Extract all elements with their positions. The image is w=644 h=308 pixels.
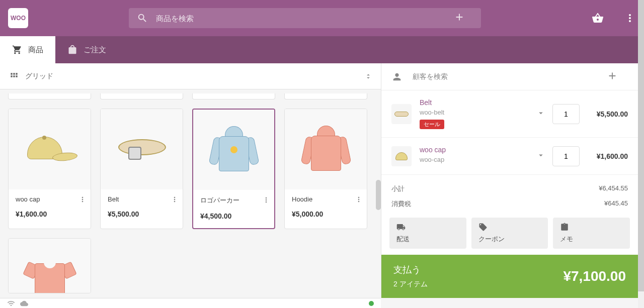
cart-item-expand-icon[interactable] (536, 109, 545, 120)
sort-toggle[interactable] (365, 72, 372, 80)
bag-icon (67, 45, 77, 55)
cart-item-name: Belt (420, 98, 528, 107)
product-image (9, 239, 91, 293)
pay-button[interactable]: 支払う 2 アイテム ¥7,100.00 (381, 255, 638, 298)
status-indicator (369, 301, 374, 306)
product-menu-icon[interactable] (171, 195, 179, 206)
cart-item-sku: woo-cap (420, 156, 528, 163)
wifi-icon (7, 299, 15, 307)
product-card-partial[interactable] (100, 93, 183, 99)
product-card-woo-cap[interactable]: woo cap ¥1,600.00 (8, 109, 91, 229)
basket-icon[interactable] (592, 12, 604, 24)
product-image (101, 109, 183, 189)
tab-products[interactable]: 商品 (0, 36, 55, 63)
chevron-up-icon (365, 72, 372, 76)
product-card-tshirt[interactable] (8, 238, 91, 293)
product-menu-icon[interactable] (262, 196, 270, 206)
products-scrollbar[interactable] (376, 180, 381, 210)
tag-icon (478, 223, 488, 232)
cart-item-thumb (391, 104, 412, 124)
grid-icon (9, 71, 19, 81)
product-name: ロゴパーカー (200, 196, 267, 205)
search-icon (137, 13, 148, 24)
pay-item-count: 2 アイテム (393, 280, 563, 289)
customer-search-bar[interactable]: 顧客を検索 (381, 63, 638, 90)
pay-label: 支払う (393, 264, 563, 276)
product-image (193, 110, 274, 190)
cart-icon (12, 45, 22, 55)
cart-item-price: ¥1,600.00 (588, 152, 628, 160)
cart-item-belt: Belt woo-belt セール ¥5,500.00 (381, 90, 638, 138)
cart-panel: 顧客を検索 Belt woo-belt セール ¥5,500.00 (381, 63, 638, 298)
cart-item-sku: woo-belt (420, 109, 528, 116)
tax-label: 消費税 (391, 199, 411, 209)
cart-item-name: woo cap (420, 146, 528, 154)
main-tabs: 商品 ご注文 (0, 36, 644, 63)
tax-value: ¥645.45 (604, 199, 628, 209)
app-header: WOO (0, 0, 644, 36)
truck-icon (396, 223, 406, 232)
product-name: Hoodie (292, 195, 360, 203)
note-label: メモ (560, 235, 623, 244)
product-menu-icon[interactable] (355, 195, 363, 206)
coupon-label: クーポン (478, 235, 541, 244)
qty-input[interactable] (552, 146, 580, 166)
search-input[interactable] (156, 14, 454, 23)
cart-item-expand-icon[interactable] (536, 151, 545, 162)
products-grid: woo cap ¥1,600.00 Belt ¥5,500.00 (0, 89, 381, 298)
product-name: Belt (108, 195, 176, 203)
view-toolbar: グリッド (0, 63, 381, 89)
products-panel: グリッド woo cap ¥1,600.00 (0, 63, 381, 298)
cart-items-list: Belt woo-belt セール ¥5,500.00 woo cap woo-… (381, 90, 638, 175)
add-product-icon[interactable] (454, 12, 473, 25)
product-name: woo cap (16, 195, 84, 203)
cart-item-price: ¥5,500.00 (588, 110, 628, 118)
cart-actions: 配送 クーポン メモ (381, 218, 638, 255)
qty-input[interactable] (552, 104, 580, 124)
header-actions (592, 12, 636, 24)
status-footer (0, 298, 381, 308)
product-card-logo-hoodie[interactable]: ロゴパーカー ¥4,500.00 (192, 109, 275, 229)
more-icon[interactable] (624, 12, 636, 24)
product-card-partial[interactable] (284, 93, 367, 99)
person-icon (391, 71, 403, 82)
product-image (285, 109, 367, 189)
tab-products-label: 商品 (28, 45, 43, 55)
cart-item-woo-cap: woo cap woo-cap ¥1,600.00 (381, 138, 638, 175)
pay-total: ¥7,100.00 (563, 268, 626, 284)
product-card-belt[interactable]: Belt ¥5,500.00 (100, 109, 183, 229)
product-price: ¥4,500.00 (200, 212, 267, 220)
product-card-partial[interactable] (8, 93, 91, 99)
product-search-bar[interactable] (129, 8, 481, 28)
page-scrollbar[interactable] (638, 0, 644, 308)
tab-orders-label: ご注文 (84, 45, 106, 55)
cart-item-thumb (391, 146, 412, 166)
cloud-icon (20, 299, 28, 307)
note-button[interactable]: メモ (553, 218, 630, 249)
product-image (9, 109, 91, 189)
shipping-button[interactable]: 配送 (389, 218, 466, 249)
product-price: ¥5,000.00 (292, 210, 360, 218)
sale-badge: セール (420, 120, 444, 129)
cart-summary: 小計 ¥6,454.55 消費税 ¥645.45 (381, 175, 638, 218)
chevron-down-icon (365, 76, 372, 80)
view-label: グリッド (25, 72, 53, 81)
product-menu-icon[interactable] (78, 195, 87, 206)
subtotal-label: 小計 (391, 184, 405, 193)
tab-orders[interactable]: ご注文 (55, 36, 118, 63)
product-price: ¥5,500.00 (108, 210, 176, 218)
coupon-button[interactable]: クーポン (471, 218, 548, 249)
add-customer-icon[interactable] (607, 70, 628, 83)
customer-placeholder: 顧客を検索 (413, 72, 448, 81)
product-card-hoodie[interactable]: Hoodie ¥5,000.00 (284, 109, 367, 229)
subtotal-value: ¥6,454.55 (599, 184, 628, 193)
note-icon (560, 223, 569, 232)
product-card-partial[interactable] (192, 93, 275, 99)
scrollbar-thumb[interactable] (638, 0, 644, 291)
product-price: ¥1,600.00 (16, 210, 84, 218)
app-logo: WOO (8, 8, 28, 28)
shipping-label: 配送 (396, 235, 459, 244)
